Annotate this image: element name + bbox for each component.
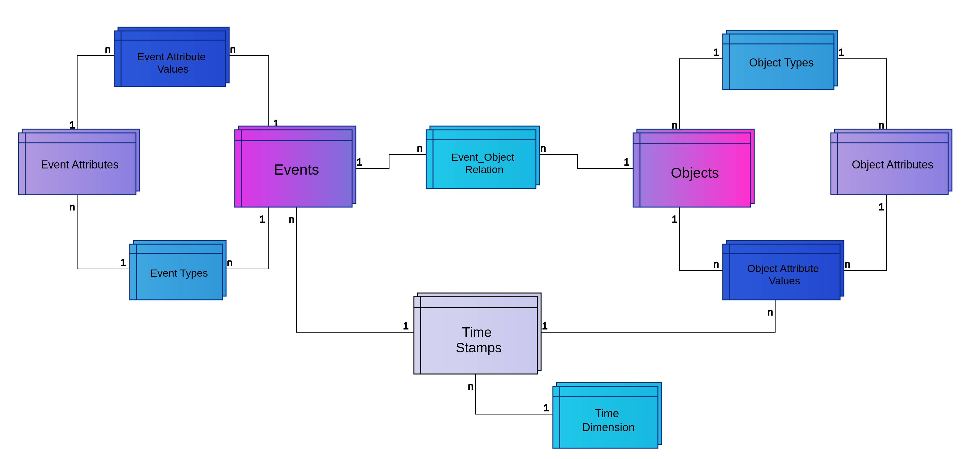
card-evattr-evattrval-n: n xyxy=(105,44,111,55)
card-ts-td-n: n xyxy=(468,381,474,392)
entity-label: Object Attributes xyxy=(852,158,933,171)
entity-label: Time Stamps xyxy=(455,325,501,355)
entity-event-types: Event Types xyxy=(130,241,226,300)
card-events-ts-1: 1 xyxy=(403,320,409,332)
entity-time-dimension: Time Dimension xyxy=(553,382,662,448)
entity-objects: Objects xyxy=(633,129,754,207)
card-ts-objattrval-n: n xyxy=(767,306,773,317)
entity-event-attribute-values: Event Attribute Values xyxy=(114,27,229,86)
entity-label: Event Attributes xyxy=(41,158,119,171)
card-evattr-evtypes-1: 1 xyxy=(121,257,126,268)
entity-label: Object Types xyxy=(749,56,813,69)
card-ts-td-1: 1 xyxy=(544,402,549,413)
entity-object-types: Object Types xyxy=(723,30,838,90)
card-evtypes-events-1: n xyxy=(227,257,232,268)
card-eorel-objects-n: n xyxy=(541,142,546,154)
er-diagram: 1 n n 1 n 1 n 1 1 n n 1 n 1 1 n 1 n xyxy=(0,0,980,459)
card-evattrval-events-n: n xyxy=(230,44,235,55)
card-objtypes-objattr-1: 1 xyxy=(838,47,844,58)
entity-events: Events xyxy=(235,126,356,207)
card-ts-objattrval-1: 1 xyxy=(542,320,547,332)
card-evattr-evtypes-n: n xyxy=(70,201,75,212)
card-evtypes-events-n: 1 xyxy=(259,214,265,225)
card-objects-objattrval-1: 1 xyxy=(672,214,677,225)
card-eorel-objects-1: 1 xyxy=(624,156,630,167)
card-objattr-objattrval-1: 1 xyxy=(879,201,884,212)
card-events-ts-n: n xyxy=(289,214,294,225)
entity-event-attributes: Event Attributes xyxy=(19,129,140,195)
entity-object-attribute-values: Object Attribute Values xyxy=(723,241,844,300)
entity-label: Objects xyxy=(671,165,719,181)
entity-object-attributes: Object Attributes xyxy=(831,129,952,195)
entity-label: Event Types xyxy=(150,267,208,279)
card-objattr-objattrval-n: n xyxy=(845,258,850,269)
entity-label: Events xyxy=(274,161,319,178)
card-objects-objattrval-n: n xyxy=(713,258,719,269)
card-events-eorel-1: 1 xyxy=(357,156,362,167)
card-events-eorel-n: n xyxy=(417,142,423,154)
card-objects-objtypes-1: 1 xyxy=(713,47,719,58)
entity-time-stamps: Time Stamps xyxy=(414,293,541,374)
entity-event-object-relation: Event_Object Relation xyxy=(426,126,539,188)
